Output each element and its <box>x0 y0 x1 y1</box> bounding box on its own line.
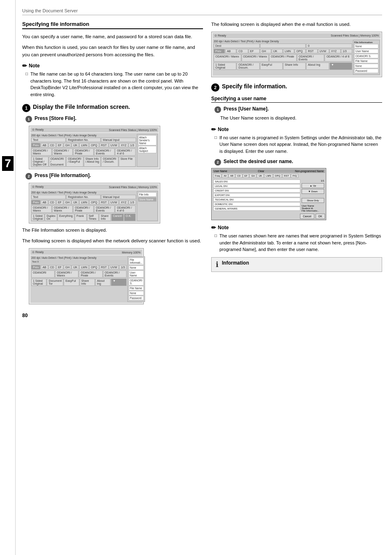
sub-step-1-1: 1 Press [Store File]. <box>25 115 203 122</box>
email-screen-sidebar: File Information None User Name ODANORI … <box>353 40 380 75</box>
file-info-screen: ⊙ Ready Scanned Files Status | Memory 10… <box>29 183 160 223</box>
sub-step-2-1: 1 Press [User Name]. <box>214 106 382 113</box>
email-screen-content: 200 dpi / Auto Detect / Text (Print) / A… <box>213 39 380 76</box>
network-delivery-screen: ⊙ Ready Memory 100% 200 dpi / Auto Detec… <box>29 248 144 304</box>
sub-step-1-1-circle: 1 <box>25 116 32 122</box>
screen-bar-2: ⊙ Ready Scanned Files Status | Memory 10… <box>30 184 159 189</box>
us-side-buttons: 1/1 ▲ Up ▼ Down Show Only User NameStude… <box>302 180 324 212</box>
screen-content-1: 200 dpi / Auto Detect / Text (Print) / A… <box>30 133 159 168</box>
breadcrumb: Using the Document Server <box>22 8 382 15</box>
note-list-right-2: The user names shown here are names that… <box>211 233 382 253</box>
note-icon-right-2: ✏ <box>211 224 216 231</box>
screen-bar-3: ⊙ Ready Memory 100% <box>30 250 142 255</box>
intro-para-1: You can specify a user name, file name, … <box>22 33 203 41</box>
page: 7 Using the Document Server Specifying f… <box>0 0 392 555</box>
note-label-1: ✏ Note <box>22 62 203 69</box>
screen-sidebar-2: File Info Store Name <box>137 191 158 221</box>
sub-step-1-2: 2 Press [File Information]. <box>25 173 203 180</box>
us-ok-btn[interactable]: OK <box>316 214 325 219</box>
info-icon: ℹ <box>216 260 219 269</box>
email-screen: ⊙ Ready Scanned Files Status | Memory 10… <box>211 32 382 77</box>
note-item-right-1: If no user name is programed in System S… <box>214 134 382 155</box>
us-body: SALES DIV. LEGAL DIV. CREDIT DIV. EXPORT… <box>212 179 325 213</box>
sub-step-2-2-title: Select the desired user name. <box>224 159 293 164</box>
screen-content-3: 200 dpi / Auto Detect / Text (Print) / A… <box>30 256 142 303</box>
us-topbar: User Name Clear Non-programmed Name <box>212 169 325 173</box>
right-column: The following screen is displayed when t… <box>211 21 382 547</box>
us-list-item-4[interactable]: EXPORT DIV. <box>213 193 300 197</box>
step-2-circle: 2 <box>211 83 219 92</box>
step-2-title: Specify file information. <box>222 83 287 90</box>
note-list-1: The file name can be up to 64 characters… <box>22 71 203 98</box>
step-1-circle: 1 <box>22 104 30 112</box>
screen-sidebar-3: File Informati... None User Name ODANORI… <box>127 256 145 302</box>
sub-step-1-1-title: Press [Store File]. <box>35 115 76 121</box>
step-1-heading: 1 Display the File Information screen. <box>22 104 203 112</box>
us-list-item-1[interactable]: SALES DIV. <box>213 180 300 184</box>
sub-step-1-2-title: Press [File Information]. <box>35 173 91 178</box>
us-cancel-btn[interactable]: Cancel <box>300 214 314 219</box>
chapter-sidebar: 7 <box>0 0 16 555</box>
note-item-right-2: The user names shown here are names that… <box>214 233 382 253</box>
note-label-right-1: ✏ Note <box>211 126 382 133</box>
sub-step-2-1-title: Press [User Name]. <box>224 106 269 112</box>
left-column: Specifying file information You can spec… <box>22 21 203 547</box>
us-list-item-5[interactable]: TECHNICAL DIV. <box>213 198 300 202</box>
section-heading: Specifying file information <box>22 21 203 29</box>
step-1-title: Display the File Information screen. <box>33 104 130 110</box>
username-selection-screen: User Name Clear Non-programmed Name Freq… <box>211 168 326 220</box>
screen-sidebar-1: Attach Sender's Name Attach Subject <box>137 134 158 167</box>
store-file-screen: ⊙ Ready Scanned Files Status | Memory 10… <box>29 126 160 169</box>
note-section-1: ✏ Note The file name can be up to 64 cha… <box>22 62 203 98</box>
information-box: ℹ Information <box>211 257 382 272</box>
note-label-right-2: ✏ Note <box>211 224 382 231</box>
intro-para-2: When this function is used, you can sear… <box>22 44 203 59</box>
screen-content-2: 200 dpi / Auto Detect / Text (Print) / A… <box>30 190 159 222</box>
sub-step-1-2-circle: 2 <box>25 173 32 180</box>
note-list-right-1: If no user name is programed in System S… <box>211 134 382 155</box>
specifying-user-name-heading: Specifying a user name <box>211 96 382 103</box>
two-column-layout: Specifying file information You can spec… <box>22 21 382 547</box>
substep1-text: The User Name screen is displayed. <box>220 115 382 122</box>
us-show-only-btn[interactable]: Show Only <box>302 198 324 203</box>
page-number: 80 <box>22 313 203 318</box>
note-item-1: The file name can be up to 64 characters… <box>25 71 203 98</box>
note-section-right-2: ✏ Note The user names shown here are nam… <box>211 224 382 253</box>
chapter-number: 7 <box>2 156 14 171</box>
us-list-item-2[interactable]: LEGAL DIV. <box>213 184 300 188</box>
sub-step-2-1-circle: 1 <box>214 106 221 113</box>
text-after-2: The following screen is displayed when t… <box>22 237 203 245</box>
us-list-item-7[interactable]: GENERAL AFFAIRS <box>213 207 300 211</box>
email-screen-bar: ⊙ Ready Scanned Files Status | Memory 10… <box>213 33 380 38</box>
note-section-right-1: ✏ Note If no user name is programed in S… <box>211 126 382 155</box>
sub-step-2-2: 2 Select the desired user name. <box>214 159 382 166</box>
us-list-area: SALES DIV. LEGAL DIV. CREDIT DIV. EXPORT… <box>213 180 300 212</box>
text-after-1: The File Information screen is displayed… <box>22 227 203 234</box>
us-list-item-3[interactable]: CREDIT DIV. <box>213 189 300 193</box>
note-icon-1: ✏ <box>22 62 27 69</box>
us-list-item-6[interactable]: DOMESTIC DIV. <box>213 202 300 206</box>
us-up-btn[interactable]: ▲ Up <box>302 183 324 188</box>
screen-bar-1: ⊙ Ready Scanned Files Status | Memory 10… <box>30 127 159 132</box>
note-icon-right-1: ✏ <box>211 126 216 133</box>
us-down-btn[interactable]: ▼ Down <box>302 189 324 194</box>
us-action-buttons: Cancel OK <box>212 214 325 219</box>
info-title: Information <box>222 260 249 266</box>
main-content: Using the Document Server Specifying fil… <box>16 0 392 555</box>
following-screen-text: The following screen is displayed when t… <box>211 21 382 28</box>
us-key-tabs: Freq All AB CD EF GH IJK LMN OPQ RST P/Q <box>212 174 325 178</box>
sub-step-2-2-circle: 2 <box>214 159 221 166</box>
step-2-heading: 2 Specify file information. <box>211 83 382 92</box>
